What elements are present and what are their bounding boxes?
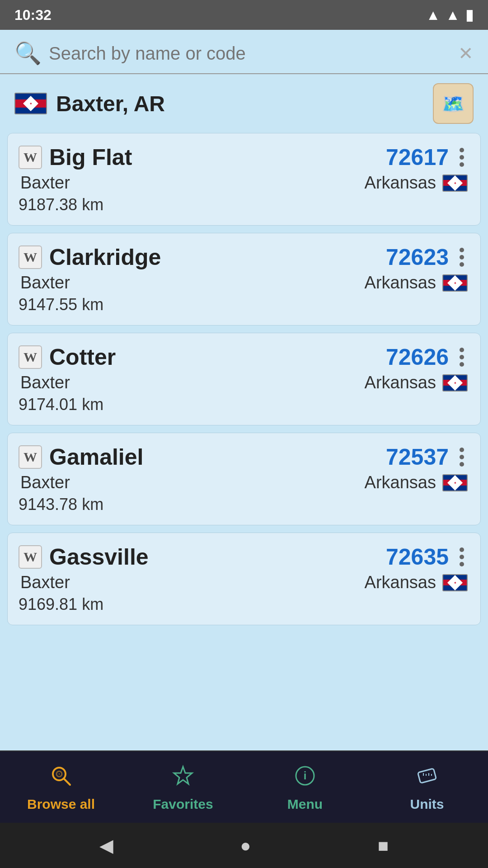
map-button[interactable]: 🗺️ <box>433 83 474 124</box>
nav-units[interactable]: Units <box>366 751 488 823</box>
search-icon: 🔍 <box>14 41 42 66</box>
favorites-icon <box>171 764 195 793</box>
more-menu-button[interactable] <box>456 546 468 568</box>
units-icon <box>415 764 439 793</box>
wikipedia-icon: W <box>19 445 42 469</box>
county-name: Baxter <box>20 573 70 592</box>
zip-card-gamaliel[interactable]: W Gamaliel 72537 Baxter Arkansas 9143.78… <box>7 433 481 525</box>
state-row: Arkansas <box>365 573 468 592</box>
status-icons: ▲ ▲ ▮ <box>426 6 474 24</box>
recents-button[interactable]: ■ <box>378 835 389 856</box>
card-mid: Baxter Arkansas <box>19 273 468 292</box>
state-name: Arkansas <box>365 273 436 292</box>
zip-right: 72626 <box>386 344 468 370</box>
county-name: Baxter <box>20 273 70 292</box>
zip-right: 72623 <box>386 244 468 270</box>
city-name: Gassville <box>49 544 149 570</box>
battery-icon: ▮ <box>465 6 474 24</box>
svg-line-1 <box>64 778 70 785</box>
region-name: Baxter, AR <box>56 91 165 116</box>
title-row: W Clarkridge <box>19 244 161 270</box>
svg-marker-4 <box>174 767 192 784</box>
browse-all-label: Browse all <box>27 797 95 812</box>
zip-card-clarkridge[interactable]: W Clarkridge 72623 Baxter Arkansas 9147.… <box>7 233 481 326</box>
card-top: W Big Flat 72617 <box>19 144 468 170</box>
browse-icon <box>49 764 73 793</box>
zip-right: 72537 <box>386 444 468 470</box>
county-name: Baxter <box>20 173 70 193</box>
arkansas-flag <box>14 93 47 114</box>
distance: 9147.55 km <box>19 295 468 314</box>
more-menu-button[interactable] <box>456 446 468 468</box>
wikipedia-icon: W <box>19 146 42 169</box>
region-header: Baxter, AR 🗺️ <box>0 74 488 133</box>
svg-point-3 <box>59 774 60 774</box>
nav-favorites[interactable]: Favorites <box>122 751 244 823</box>
distance: 9174.01 km <box>19 395 468 414</box>
city-name: Big Flat <box>49 144 132 170</box>
state-row: Arkansas <box>365 273 468 292</box>
zip-right: 72617 <box>386 144 468 170</box>
city-name: Gamaliel <box>49 444 143 470</box>
menu-icon: i <box>293 764 317 793</box>
more-menu-button[interactable] <box>456 346 468 368</box>
county-name: Baxter <box>20 373 70 392</box>
distance: 9169.81 km <box>19 595 468 614</box>
title-row: W Gassville <box>19 544 149 570</box>
status-time: 10:32 <box>14 7 52 24</box>
back-button[interactable]: ◀ <box>99 835 113 856</box>
zip-code: 72626 <box>386 344 449 370</box>
wikipedia-icon: W <box>19 245 42 269</box>
zip-card-bigflat[interactable]: W Big Flat 72617 Baxter Arkansas 9187.38… <box>7 133 481 226</box>
units-label: Units <box>410 797 444 812</box>
title-row: W Gamaliel <box>19 444 143 470</box>
svg-text:i: i <box>304 769 307 782</box>
state-flag <box>442 474 468 491</box>
title-row: W Cotter <box>19 344 116 370</box>
state-name: Arkansas <box>365 573 436 592</box>
city-name: Cotter <box>49 344 116 370</box>
zip-code: 72623 <box>386 244 449 270</box>
card-mid: Baxter Arkansas <box>19 573 468 592</box>
zip-card-gassville[interactable]: W Gassville 72635 Baxter Arkansas 9169.8… <box>7 533 481 625</box>
state-row: Arkansas <box>365 173 468 193</box>
state-flag <box>442 374 468 392</box>
zip-code: 72537 <box>386 444 449 470</box>
state-flag <box>442 274 468 292</box>
search-bar: 🔍 ✕ <box>0 30 488 74</box>
card-mid: Baxter Arkansas <box>19 173 468 193</box>
county-name: Baxter <box>20 473 70 492</box>
wifi-icon: ▲ <box>426 7 441 24</box>
home-button[interactable]: ● <box>240 835 251 856</box>
wikipedia-icon: W <box>19 345 42 369</box>
zip-code: 72635 <box>386 544 449 570</box>
system-nav-bar: ◀ ● ■ <box>0 823 488 868</box>
menu-label: Menu <box>287 797 323 812</box>
state-name: Arkansas <box>365 373 436 392</box>
favorites-label: Favorites <box>153 797 213 812</box>
clear-icon[interactable]: ✕ <box>458 43 474 64</box>
signal-icon: ▲ <box>446 7 460 24</box>
svg-rect-7 <box>418 769 436 783</box>
zip-right: 72635 <box>386 544 468 570</box>
card-mid: Baxter Arkansas <box>19 373 468 392</box>
wikipedia-icon: W <box>19 545 42 569</box>
search-input[interactable] <box>49 43 451 64</box>
card-top: W Gamaliel 72537 <box>19 444 468 470</box>
distance: 9143.78 km <box>19 495 468 514</box>
nav-menu[interactable]: i Menu <box>244 751 366 823</box>
card-top: W Clarkridge 72623 <box>19 244 468 270</box>
zip-card-cotter[interactable]: W Cotter 72626 Baxter Arkansas 9174.01 k… <box>7 333 481 425</box>
more-menu-button[interactable] <box>456 146 468 169</box>
state-flag <box>442 574 468 591</box>
more-menu-button[interactable] <box>456 246 468 269</box>
distance: 9187.38 km <box>19 195 468 214</box>
zip-code: 72617 <box>386 144 449 170</box>
title-row: W Big Flat <box>19 144 132 170</box>
state-flag <box>442 175 468 192</box>
state-row: Arkansas <box>365 373 468 392</box>
region-left: Baxter, AR <box>14 91 165 116</box>
bottom-nav: Browse all Favorites i Menu <box>0 750 488 823</box>
state-name: Arkansas <box>365 473 436 492</box>
nav-browse-all[interactable]: Browse all <box>0 751 122 823</box>
